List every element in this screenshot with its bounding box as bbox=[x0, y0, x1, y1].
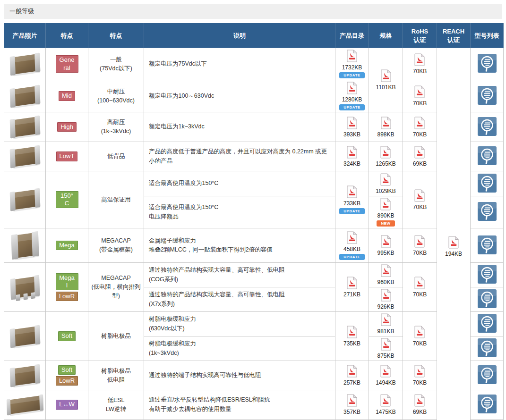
model-list-icon[interactable] bbox=[478, 265, 497, 284]
page-container: 一般等级 产品照片特点特点说明产品目录规格RoHS认证REACH认证型号列表 G… bbox=[0, 0, 506, 420]
catalog-pdf-link[interactable]: 271KB bbox=[343, 277, 360, 298]
model-list-icon[interactable] bbox=[478, 365, 497, 384]
spec-pdf-link[interactable]: 1494KB bbox=[376, 365, 396, 386]
catalog-pdf-link[interactable]: 1732KBUPDATE bbox=[339, 50, 364, 78]
rohs-pdf-link[interactable]: 70KB bbox=[413, 365, 427, 386]
table-row: Mega ILowRMEGACAP(低电阻，横向排列型)通过独特的产品结构实现大… bbox=[4, 263, 504, 287]
pdf-icon bbox=[347, 372, 357, 379]
spec-pdf-link[interactable]: 1265KB bbox=[376, 146, 396, 167]
feature-text: (75Vdc以下) bbox=[90, 64, 142, 73]
catalog-pdf-link[interactable]: 458KBUPDATE bbox=[339, 231, 364, 260]
spec-pdf-link[interactable]: 995KB bbox=[377, 235, 394, 256]
reach-pdf-link[interactable]: 194KB bbox=[445, 236, 462, 257]
description-text: 树脂电极缓和应力 bbox=[149, 339, 330, 348]
rohs-pdf-link[interactable]: 70KB bbox=[413, 235, 427, 256]
catalog-pdf-link[interactable]: 324KB bbox=[343, 146, 360, 167]
description-text: 额定电压为100～630Vdc bbox=[149, 92, 330, 101]
rohs-pdf-link[interactable]: 70KB bbox=[413, 189, 427, 210]
model-list-icon[interactable] bbox=[478, 338, 497, 357]
rohs-pdf-link[interactable]: 70KB bbox=[413, 53, 427, 75]
model-list-icon[interactable] bbox=[478, 314, 497, 333]
model-list-icon[interactable] bbox=[478, 235, 497, 254]
spec-pdf-link[interactable]: 926KB bbox=[377, 289, 394, 310]
reach-cell: 194KB bbox=[437, 48, 471, 420]
catalog-cell: 271KB bbox=[335, 263, 369, 312]
catalog-pdf-link[interactable]: 1280KBUPDATE bbox=[339, 82, 364, 110]
model-list-icon[interactable] bbox=[478, 86, 497, 105]
150-c-badge: 150°C bbox=[56, 191, 78, 209]
table-row: High高耐压(1k~3kVdc)额定电压为1k~3kVdc 393KB 898… bbox=[4, 112, 504, 142]
pdf-file-size: 69KB bbox=[413, 409, 427, 415]
rohs-cell: 70KB bbox=[403, 48, 437, 80]
description-text: 树脂电极缓和应力 bbox=[149, 315, 330, 324]
table-row: LowT低背品产品的高度低于普通产品的高度，并且可以应对高度为 0.22mm 或… bbox=[4, 142, 504, 171]
model-list-icon[interactable] bbox=[478, 146, 497, 165]
feature-text: 低电阻 bbox=[90, 376, 142, 385]
catalog-pdf-link[interactable]: 357KB bbox=[343, 394, 360, 415]
model-list-icon[interactable] bbox=[478, 289, 497, 308]
model-list-icon[interactable] bbox=[478, 117, 497, 136]
pdf-icon bbox=[380, 153, 391, 160]
catalog-pdf-link[interactable]: 393KB bbox=[343, 117, 360, 138]
rohs-pdf-link[interactable]: 70KB bbox=[413, 85, 427, 107]
update-tag: UPDATE bbox=[339, 208, 364, 214]
description-text: (1k~3kVdc) bbox=[149, 349, 330, 358]
pdf-file-size: 70KB bbox=[413, 340, 427, 347]
pdf-icon bbox=[414, 124, 425, 131]
feature-badge-cell: SoftLowR bbox=[46, 361, 88, 390]
spec-pdf-link[interactable]: 898KB bbox=[377, 117, 394, 138]
rohs-pdf-link[interactable]: 70KB bbox=[413, 326, 427, 347]
high-badge: High bbox=[57, 122, 77, 132]
header-photo: 产品照片 bbox=[4, 24, 46, 48]
pdf-file-size: 875KB bbox=[377, 353, 394, 359]
rohs-pdf-link[interactable]: 69KB bbox=[413, 146, 427, 167]
model-list-cell bbox=[471, 48, 504, 80]
catalog-pdf-link[interactable]: 733KBUPDATE bbox=[339, 185, 364, 214]
pdf-icon bbox=[347, 124, 357, 131]
description-text: (X7x系列) bbox=[149, 300, 330, 309]
lowr-badge: LowR bbox=[56, 376, 78, 386]
model-list-cell bbox=[471, 336, 504, 361]
catalog-cell: 257KB bbox=[335, 361, 369, 390]
model-list-cell bbox=[471, 142, 504, 171]
spec-pdf-link[interactable]: 1029KB bbox=[376, 173, 396, 194]
spec-pdf-link[interactable]: 890KBNEW bbox=[377, 198, 395, 227]
product-photo-cell bbox=[4, 263, 46, 312]
general-badge: General bbox=[56, 55, 78, 73]
spec-pdf-link[interactable]: 1475KB bbox=[376, 394, 396, 415]
feature-text-cell: 树脂电极品 bbox=[88, 312, 144, 361]
rohs-cell: 70KB bbox=[403, 312, 437, 361]
header-catalog: 产品目录 bbox=[335, 24, 369, 48]
feature-text-cell: 高耐压(1k~3kVdc) bbox=[88, 112, 144, 142]
feature-badge-cell: Soft bbox=[46, 312, 88, 361]
description-text: 有助于减少去耦电容的使用数量 bbox=[149, 405, 330, 414]
lw-reverse-chip-photo bbox=[6, 396, 43, 414]
rohs-pdf-link[interactable]: 70KB bbox=[413, 277, 427, 298]
description-cell: 通过独特的产品结构实现大容量、高可靠性、低电阻(X7x系列) bbox=[144, 287, 335, 312]
spec-pdf-link[interactable]: 960KB bbox=[377, 264, 394, 286]
catalog-pdf-link[interactable]: 257KB bbox=[343, 365, 360, 386]
rohs-pdf-link[interactable]: 69KB bbox=[413, 394, 427, 415]
feature-text-cell: 低ESLLW逆转 bbox=[88, 390, 144, 420]
model-list-icon[interactable] bbox=[478, 174, 497, 193]
spec-pdf-link[interactable]: 875KB bbox=[377, 338, 394, 359]
model-list-icon[interactable] bbox=[478, 202, 497, 221]
model-list-icon[interactable] bbox=[478, 395, 497, 413]
model-list-icon[interactable] bbox=[478, 54, 497, 73]
pdf-file-size: 1732KB bbox=[339, 64, 364, 71]
spec-pdf-link[interactable]: 1101KB bbox=[376, 69, 396, 91]
pdf-icon bbox=[414, 61, 425, 67]
pdf-icon bbox=[414, 372, 425, 379]
pdf-icon bbox=[414, 197, 425, 203]
catalog-cell: 1732KBUPDATE bbox=[335, 48, 369, 80]
pdf-file-size: 926KB bbox=[377, 303, 394, 310]
pdf-file-size: 271KB bbox=[343, 291, 360, 298]
spec-cell: 890KBNEW bbox=[369, 196, 403, 228]
model-list-cell bbox=[471, 80, 504, 112]
mlcc-chip-photo bbox=[6, 146, 43, 167]
catalog-pdf-link[interactable]: 735KB bbox=[343, 326, 360, 347]
update-tag: UPDATE bbox=[339, 72, 364, 78]
spec-pdf-link[interactable]: 981KB bbox=[377, 313, 394, 335]
description-text: 金属端子缓和应力 bbox=[149, 236, 330, 245]
rohs-pdf-link[interactable]: 70KB bbox=[413, 117, 427, 138]
